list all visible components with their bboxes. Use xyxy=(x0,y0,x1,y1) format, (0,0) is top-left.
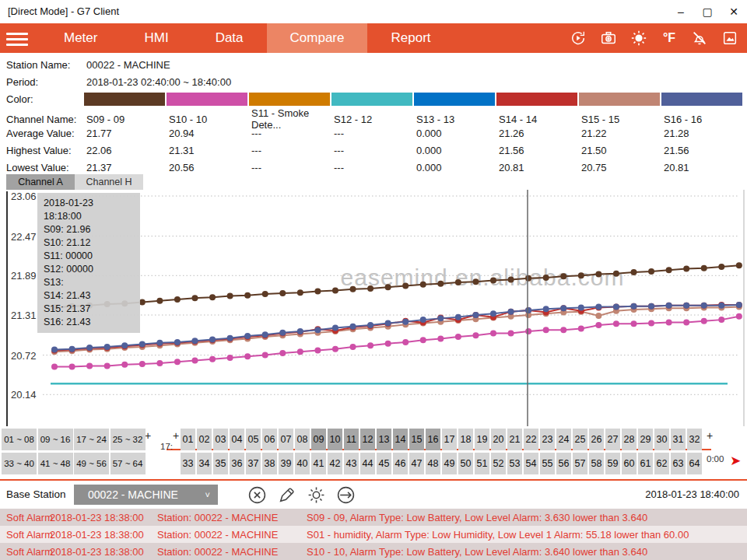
gallery-icon[interactable] xyxy=(721,29,739,47)
time-cell-33[interactable]: 33 xyxy=(181,453,195,474)
zoom-plus-left-inner[interactable]: + xyxy=(173,429,179,442)
time-cell-43[interactable]: 43 xyxy=(344,453,359,474)
group-button-49~56[interactable]: 49 ~ 56 xyxy=(74,453,109,474)
time-cell-34[interactable]: 34 xyxy=(197,453,212,474)
time-cell-09[interactable]: 09 xyxy=(311,429,326,450)
time-cell-08[interactable]: 08 xyxy=(295,429,310,450)
tab-channel-a[interactable]: Channel A xyxy=(6,174,75,190)
cancel-circle-icon[interactable] xyxy=(246,484,268,506)
time-cell-62[interactable]: 62 xyxy=(654,453,669,474)
mute-bell-icon[interactable] xyxy=(690,29,709,47)
time-cell-50[interactable]: 50 xyxy=(458,453,473,474)
time-cell-27[interactable]: 27 xyxy=(605,429,620,450)
time-cell-23[interactable]: 23 xyxy=(540,429,555,450)
time-cell-26[interactable]: 26 xyxy=(589,429,604,450)
alarm-row-3[interactable]: Soft Alarm2018-01-23 18:38:00Station: 00… xyxy=(0,543,747,560)
time-cell-46[interactable]: 46 xyxy=(393,453,408,474)
time-cell-15[interactable]: 15 xyxy=(409,429,424,450)
time-cell-61[interactable]: 61 xyxy=(638,453,653,474)
time-cell-10[interactable]: 10 xyxy=(328,429,342,450)
time-cell-18[interactable]: 18 xyxy=(458,429,473,450)
menu-tab-data[interactable]: Data xyxy=(192,23,267,53)
time-cell-32[interactable]: 32 xyxy=(687,429,702,450)
time-cell-12[interactable]: 12 xyxy=(360,429,375,450)
zoom-plus-left-outer[interactable]: + xyxy=(145,429,151,442)
time-cell-22[interactable]: 22 xyxy=(524,429,538,450)
time-cell-42[interactable]: 42 xyxy=(328,453,342,474)
group-button-57~64[interactable]: 57 ~ 64 xyxy=(110,453,146,474)
menu-tab-meter[interactable]: Meter xyxy=(40,23,121,53)
time-cell-53[interactable]: 53 xyxy=(507,453,522,474)
time-cell-48[interactable]: 48 xyxy=(426,453,440,474)
base-station-dropdown[interactable]: 00022 - MACHINE ˅ xyxy=(74,485,218,505)
time-cell-05[interactable]: 05 xyxy=(246,429,261,450)
time-cell-63[interactable]: 63 xyxy=(671,453,686,474)
hamburger-menu-icon[interactable] xyxy=(6,30,28,47)
time-cell-55[interactable]: 55 xyxy=(540,453,555,474)
time-cell-47[interactable]: 47 xyxy=(409,453,424,474)
time-cell-52[interactable]: 52 xyxy=(491,453,506,474)
menu-tab-report[interactable]: Report xyxy=(367,23,454,53)
maximize-button[interactable]: ▢ xyxy=(694,0,721,23)
time-cell-21[interactable]: 21 xyxy=(507,429,522,450)
time-cell-60[interactable]: 60 xyxy=(622,453,637,474)
close-button[interactable]: ✕ xyxy=(721,0,747,23)
time-cell-04[interactable]: 04 xyxy=(230,429,244,450)
tab-channel-h[interactable]: Channel H xyxy=(75,174,143,190)
time-cell-64[interactable]: 64 xyxy=(687,453,702,474)
time-cell-38[interactable]: 38 xyxy=(262,453,277,474)
time-cell-07[interactable]: 07 xyxy=(279,429,293,450)
time-cell-44[interactable]: 44 xyxy=(360,453,375,474)
edit-pencil-icon[interactable] xyxy=(275,484,297,506)
time-cell-41[interactable]: 41 xyxy=(311,453,326,474)
time-cell-45[interactable]: 45 xyxy=(377,453,391,474)
group-button-33~40[interactable]: 33 ~ 40 xyxy=(2,453,37,474)
time-cell-37[interactable]: 37 xyxy=(246,453,261,474)
sync-icon[interactable] xyxy=(569,29,587,47)
time-cell-31[interactable]: 31 xyxy=(671,429,686,450)
time-cell-29[interactable]: 29 xyxy=(638,429,653,450)
trend-chart[interactable]: easemind.en.alibaba.com 23.0622.4721.892… xyxy=(0,190,745,426)
time-cell-28[interactable]: 28 xyxy=(622,429,637,450)
time-cell-06[interactable]: 06 xyxy=(262,429,277,450)
group-button-01~08[interactable]: 01 ~ 08 xyxy=(2,429,37,450)
menu-tab-hmi[interactable]: HMI xyxy=(121,23,191,53)
minimize-button[interactable]: – xyxy=(668,0,694,23)
group-button-41~48[interactable]: 41 ~ 48 xyxy=(38,453,73,474)
time-cell-20[interactable]: 20 xyxy=(491,429,506,450)
next-page-arrow[interactable]: ➤ xyxy=(730,453,741,469)
time-cell-58[interactable]: 58 xyxy=(589,453,604,474)
group-button-25~32[interactable]: 25 ~ 32 xyxy=(110,429,146,450)
time-cell-30[interactable]: 30 xyxy=(654,429,669,450)
time-cell-01[interactable]: 01 xyxy=(181,429,195,450)
time-cell-51[interactable]: 51 xyxy=(475,453,489,474)
time-cell-35[interactable]: 35 xyxy=(213,453,228,474)
time-cell-11[interactable]: 11 xyxy=(344,429,359,450)
time-cell-13[interactable]: 13 xyxy=(377,429,391,450)
time-cell-40[interactable]: 40 xyxy=(295,453,310,474)
fahrenheit-icon[interactable]: °F xyxy=(660,29,679,47)
group-button-17~24[interactable]: 17 ~ 24 xyxy=(74,429,109,450)
time-cell-03[interactable]: 03 xyxy=(213,429,228,450)
time-cell-17[interactable]: 17 xyxy=(442,429,457,450)
time-cell-14[interactable]: 14 xyxy=(393,429,408,450)
time-cell-39[interactable]: 39 xyxy=(279,453,293,474)
go-arrow-circle-icon[interactable] xyxy=(335,484,356,506)
time-cell-59[interactable]: 59 xyxy=(605,453,620,474)
camera-icon[interactable] xyxy=(599,29,618,47)
settings-gear-icon[interactable] xyxy=(305,484,327,506)
time-cell-19[interactable]: 19 xyxy=(475,429,489,450)
time-cell-24[interactable]: 24 xyxy=(556,429,571,450)
group-button-09~16[interactable]: 09 ~ 16 xyxy=(38,429,73,450)
brightness-icon[interactable] xyxy=(630,29,648,47)
time-cell-16[interactable]: 16 xyxy=(426,429,440,450)
alarm-row-2[interactable]: Soft Alarm2018-01-23 18:38:00Station: 00… xyxy=(0,526,747,543)
time-cell-02[interactable]: 02 xyxy=(197,429,212,450)
time-cell-56[interactable]: 56 xyxy=(556,453,571,474)
menu-tab-compare[interactable]: Compare xyxy=(267,23,368,53)
alarm-row-1[interactable]: Soft Alarm2018-01-23 18:38:00Station: 00… xyxy=(0,509,747,526)
zoom-plus-right[interactable]: + xyxy=(707,429,713,442)
time-cell-36[interactable]: 36 xyxy=(230,453,244,474)
time-cell-54[interactable]: 54 xyxy=(524,453,538,474)
time-cell-57[interactable]: 57 xyxy=(573,453,587,474)
